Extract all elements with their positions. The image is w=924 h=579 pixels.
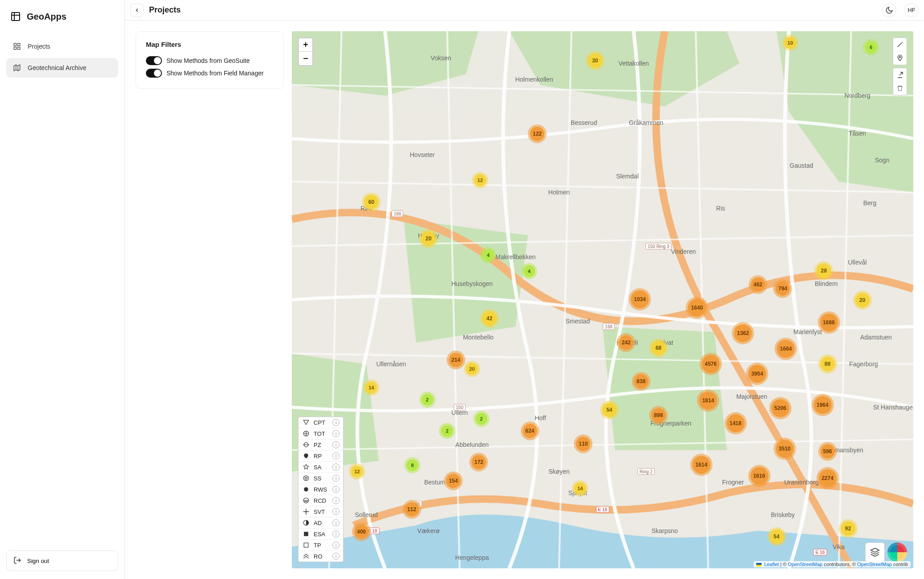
legend-row-tot[interactable]: TOTi: [298, 428, 343, 439]
cluster-marker[interactable]: 898: [651, 408, 666, 422]
info-icon[interactable]: i: [332, 497, 340, 504]
legend-row-ro[interactable]: ROi: [298, 551, 343, 562]
cluster-marker[interactable]: 1418: [727, 414, 745, 432]
cluster-marker[interactable]: 68: [651, 341, 666, 355]
legend-row-rcd[interactable]: RCDi: [298, 495, 343, 506]
draw-marker-button[interactable]: [893, 51, 907, 65]
cluster-marker[interactable]: 2: [422, 394, 433, 405]
info-icon[interactable]: i: [332, 463, 340, 471]
zoom-in-button[interactable]: +: [299, 38, 312, 52]
cluster-marker[interactable]: 3954: [748, 365, 766, 383]
cluster-marker[interactable]: 242: [619, 335, 633, 350]
info-icon[interactable]: i: [332, 542, 340, 549]
cluster-marker[interactable]: 400: [354, 525, 369, 539]
leaflet-link[interactable]: Leaflet: [764, 562, 779, 567]
legend-row-cpt[interactable]: CPTi: [298, 417, 343, 428]
info-icon[interactable]: i: [332, 441, 340, 448]
cluster-marker[interactable]: 172: [472, 455, 486, 469]
cluster-marker[interactable]: 20: [421, 232, 435, 246]
cluster-marker[interactable]: 54: [770, 529, 784, 544]
back-button[interactable]: [130, 4, 144, 17]
edit-button[interactable]: [893, 68, 907, 82]
cluster-marker[interactable]: 88: [820, 357, 835, 371]
info-icon[interactable]: i: [332, 486, 340, 493]
cluster-marker[interactable]: 1688: [820, 314, 838, 331]
cluster-marker[interactable]: 2: [476, 413, 487, 425]
legend-row-rws[interactable]: RWSi: [298, 484, 343, 495]
cluster-marker[interactable]: 4: [523, 265, 535, 277]
osm-link[interactable]: OpenStreetMap: [788, 562, 823, 567]
cluster-marker[interactable]: 1616: [750, 467, 768, 485]
cluster-marker[interactable]: 462: [751, 277, 765, 292]
cluster-marker[interactable]: 20: [855, 293, 870, 307]
info-icon[interactable]: i: [332, 508, 340, 515]
toggle-geosuite[interactable]: [146, 56, 162, 65]
layers-button[interactable]: [865, 542, 885, 562]
cluster-marker[interactable]: 838: [634, 374, 648, 389]
cluster-marker[interactable]: 5206: [771, 399, 789, 417]
cluster-marker[interactable]: 1614: [692, 456, 710, 474]
cluster-marker[interactable]: 596: [820, 444, 835, 459]
cluster-marker[interactable]: 42: [482, 311, 497, 326]
cluster-marker[interactable]: 2: [441, 425, 453, 437]
cluster-marker[interactable]: 60: [364, 195, 378, 209]
info-icon[interactable]: i: [332, 519, 340, 526]
zoom-out-button[interactable]: −: [299, 52, 312, 65]
cluster-marker[interactable]: 12: [351, 466, 363, 477]
cluster-marker[interactable]: 92: [841, 521, 855, 536]
sidebar: GeoApps Projects Geotechnical Archive Si…: [0, 0, 125, 579]
cluster-marker[interactable]: 1964: [814, 396, 832, 414]
cluster-marker[interactable]: 1814: [699, 392, 717, 409]
legend-row-svt[interactable]: SVTi: [298, 506, 343, 517]
sidebar-item-projects[interactable]: Projects: [6, 37, 118, 56]
legend-row-esa[interactable]: ESAi: [298, 529, 343, 540]
cluster-marker[interactable]: 10: [784, 37, 796, 49]
cluster-marker[interactable]: 8: [406, 459, 418, 471]
legend-row-rp[interactable]: RPi: [298, 451, 343, 462]
cluster-marker[interactable]: 1640: [688, 299, 706, 317]
cluster-marker[interactable]: 6: [865, 41, 877, 53]
cluster-marker[interactable]: 20: [466, 363, 478, 375]
cluster-marker[interactable]: 1034: [631, 290, 649, 308]
cluster-marker[interactable]: 54: [602, 403, 617, 417]
draw-line-button[interactable]: [893, 38, 907, 51]
signout-button[interactable]: Sign out: [6, 550, 118, 571]
sidebar-item-geotech-archive[interactable]: Geotechnical Archive: [6, 58, 118, 78]
info-icon[interactable]: i: [332, 475, 340, 482]
cluster-marker[interactable]: 624: [523, 424, 537, 438]
basemap-thumbnail[interactable]: [887, 542, 907, 562]
avatar[interactable]: HF: [904, 3, 919, 17]
cluster-marker[interactable]: 30: [588, 54, 602, 68]
cluster-marker[interactable]: 110: [576, 437, 590, 451]
cluster-marker[interactable]: 214: [449, 353, 463, 367]
osm-link-2[interactable]: OpenStreetMap: [857, 562, 892, 567]
legend-row-sa[interactable]: SAi: [298, 462, 343, 473]
cluster-marker[interactable]: 4: [482, 249, 494, 261]
theme-toggle-button[interactable]: [882, 3, 896, 17]
cluster-marker[interactable]: 3510: [776, 440, 794, 458]
info-icon[interactable]: i: [332, 419, 340, 426]
legend-row-ss[interactable]: SSi: [298, 473, 343, 484]
info-icon[interactable]: i: [332, 530, 340, 538]
cluster-marker[interactable]: 14: [365, 382, 377, 393]
toggle-fieldmanager[interactable]: [146, 69, 162, 78]
cluster-marker[interactable]: 112: [405, 502, 419, 517]
cluster-marker[interactable]: 4576: [702, 355, 720, 373]
cluster-marker[interactable]: 28: [816, 264, 831, 278]
cluster-marker[interactable]: 1664: [777, 340, 795, 358]
info-icon[interactable]: i: [332, 452, 340, 459]
cluster-marker[interactable]: 154: [446, 474, 460, 488]
cluster-marker[interactable]: 122: [530, 127, 544, 141]
info-icon[interactable]: i: [332, 430, 340, 437]
cluster-marker[interactable]: 12: [474, 174, 486, 186]
cluster-marker[interactable]: 1362: [734, 324, 752, 342]
cluster-marker[interactable]: 794: [775, 281, 790, 296]
legend-row-ad[interactable]: ADi: [298, 517, 343, 529]
cluster-marker[interactable]: 2274: [819, 469, 837, 487]
legend-row-tp[interactable]: TPi: [298, 540, 343, 551]
map[interactable]: VoksenVettakollenNordbergSognGaustadSlem…: [292, 31, 913, 568]
delete-button[interactable]: [893, 82, 907, 95]
info-icon[interactable]: i: [332, 553, 340, 560]
legend-row-pz[interactable]: PZi: [298, 439, 343, 451]
cluster-marker[interactable]: 14: [574, 483, 586, 494]
